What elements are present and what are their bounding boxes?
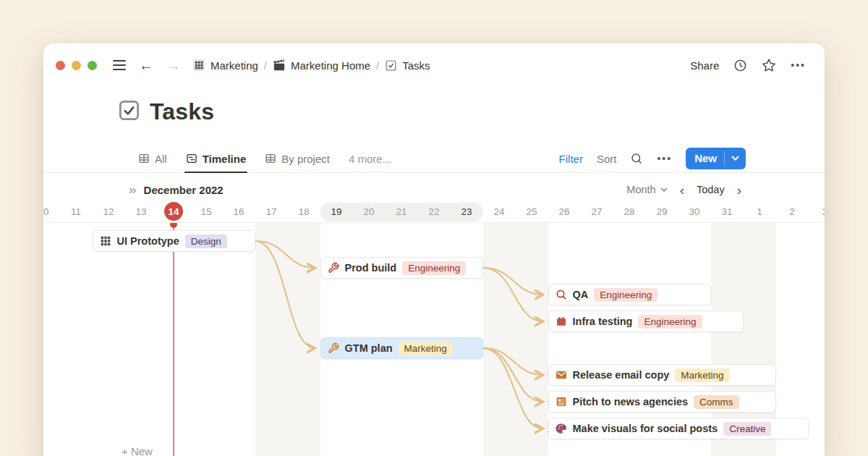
sort-button[interactable]: Sort xyxy=(597,153,617,165)
new-button[interactable]: New xyxy=(686,148,746,169)
task-name: Infra testing xyxy=(573,316,633,327)
magnifier-icon xyxy=(556,289,567,300)
grid-board-icon xyxy=(192,59,205,72)
envelope-icon xyxy=(556,369,567,381)
wrench-orange-icon xyxy=(328,342,339,354)
tab-all[interactable]: All xyxy=(138,145,167,172)
date-number[interactable]: 19 xyxy=(320,201,353,222)
expand-rows-icon[interactable]: » xyxy=(129,182,137,198)
filter-button[interactable]: Filter xyxy=(559,153,583,165)
date-number[interactable]: 31 xyxy=(711,201,744,222)
share-button[interactable]: Share xyxy=(690,59,719,72)
breadcrumb-separator: / xyxy=(264,59,267,72)
date-number[interactable]: 10 xyxy=(43,201,60,222)
date-number[interactable]: 18 xyxy=(288,201,320,222)
new-button-label: New xyxy=(686,148,724,169)
date-number[interactable]: 26 xyxy=(548,201,581,222)
tab-label: Timeline xyxy=(203,153,247,165)
add-task-button[interactable]: + New xyxy=(122,445,153,456)
date-number[interactable]: 16 xyxy=(223,201,255,222)
breadcrumb: Marketing / Marketing Home / Tasks xyxy=(192,59,430,72)
view-options-icon[interactable]: ••• xyxy=(657,153,672,164)
date-number[interactable]: 13 xyxy=(125,201,158,222)
task-card-infra[interactable]: Infra testingEngineering xyxy=(548,311,744,332)
task-tag: Creative xyxy=(723,422,771,436)
app-window: ← → Marketing / Marketing Home / xyxy=(43,43,825,456)
clapperboard-icon xyxy=(273,59,286,72)
star-icon[interactable] xyxy=(762,58,776,72)
timeline-body: UI PrototypeDesignProd buildEngineeringQ… xyxy=(43,223,825,456)
sidebar-menu-icon[interactable] xyxy=(113,60,126,71)
next-period-button[interactable]: › xyxy=(735,183,744,197)
date-number[interactable]: 22 xyxy=(418,201,451,222)
task-card-visuals[interactable]: Make visuals for social postsCreative xyxy=(548,418,809,439)
tab-by-project[interactable]: By project xyxy=(265,145,330,172)
task-tag: Engineering xyxy=(594,288,658,302)
breadcrumb-marketing[interactable]: Marketing xyxy=(192,59,258,72)
timeline-icon xyxy=(186,153,197,164)
table-icon xyxy=(265,153,276,164)
breadcrumb-label: Tasks xyxy=(402,59,430,72)
date-number[interactable]: 2 xyxy=(776,201,809,222)
weekend-band xyxy=(483,223,548,456)
chevron-down-icon[interactable] xyxy=(725,148,746,169)
task-name: UI Prototype xyxy=(117,235,179,247)
timeline-scale-dropdown[interactable]: Month xyxy=(626,184,667,195)
date-number[interactable]: 17 xyxy=(255,201,288,222)
clock-icon[interactable] xyxy=(733,59,747,72)
close-window-button[interactable] xyxy=(56,61,65,70)
date-number[interactable]: 23 xyxy=(451,201,483,222)
task-tag: Engineering xyxy=(402,261,466,275)
tab-label: By project xyxy=(281,153,330,165)
today-line xyxy=(173,225,174,456)
task-name: Release email copy xyxy=(573,369,670,381)
task-tag: Marketing xyxy=(399,342,453,355)
date-number[interactable]: 11 xyxy=(60,201,93,222)
view-tabs-bar: All Timeline By project 4 more... Filter… xyxy=(43,145,825,173)
timeline-header: » December 2022 Month ‹ Today › xyxy=(43,178,825,201)
breadcrumb-tasks[interactable]: Tasks xyxy=(385,59,430,72)
today-marker-dot xyxy=(170,223,177,228)
task-card-gtm[interactable]: GTM planMarketing xyxy=(320,337,483,359)
palette-icon xyxy=(556,423,567,434)
breadcrumb-marketing-home[interactable]: Marketing Home xyxy=(273,59,370,72)
table-icon xyxy=(138,153,150,164)
brick-icon xyxy=(556,316,567,327)
date-number[interactable]: 28 xyxy=(613,201,646,222)
prev-period-button[interactable]: ‹ xyxy=(678,183,686,197)
tab-timeline[interactable]: Timeline xyxy=(186,145,247,172)
date-number[interactable]: 15 xyxy=(190,201,223,222)
date-number[interactable]: 12 xyxy=(93,201,125,222)
top-bar: ← → Marketing / Marketing Home / xyxy=(43,43,825,77)
date-number[interactable]: 29 xyxy=(646,201,678,222)
task-tag: Design xyxy=(185,235,227,248)
task-card-pitch[interactable]: Pitch to news agenciesComms xyxy=(548,391,776,413)
date-number[interactable]: 20 xyxy=(353,201,386,222)
date-number[interactable]: 27 xyxy=(581,201,613,222)
task-card-ui-prototype[interactable]: UI PrototypeDesign xyxy=(93,230,255,252)
search-icon[interactable] xyxy=(630,152,643,165)
task-tag: Engineering xyxy=(638,315,702,329)
today-date-badge[interactable]: 14 xyxy=(164,202,183,221)
forward-arrow-icon[interactable]: → xyxy=(166,58,181,72)
back-arrow-icon[interactable]: ← xyxy=(139,58,153,72)
zoom-window-button[interactable] xyxy=(88,61,97,70)
more-views-button[interactable]: 4 more... xyxy=(349,153,391,165)
task-card-prod-build[interactable]: Prod buildEngineering xyxy=(320,257,483,279)
date-number[interactable]: 21 xyxy=(386,201,418,222)
task-name: Prod build xyxy=(345,262,397,274)
task-name: QA xyxy=(573,289,589,300)
minimize-window-button[interactable] xyxy=(72,61,81,70)
date-number[interactable]: 30 xyxy=(678,201,711,222)
today-button[interactable]: Today xyxy=(697,184,725,195)
date-number[interactable]: 1 xyxy=(744,201,776,222)
tab-label: All xyxy=(155,153,167,165)
task-card-release[interactable]: Release email copyMarketing xyxy=(548,364,776,386)
newspaper-icon xyxy=(556,396,567,408)
task-card-qa[interactable]: QAEngineering xyxy=(548,284,711,305)
date-number[interactable]: 25 xyxy=(516,201,548,222)
more-options-icon[interactable]: ••• xyxy=(791,59,806,71)
date-number[interactable]: 24 xyxy=(483,201,516,222)
grid-icon xyxy=(100,235,111,247)
date-number[interactable]: 3 xyxy=(809,201,825,222)
